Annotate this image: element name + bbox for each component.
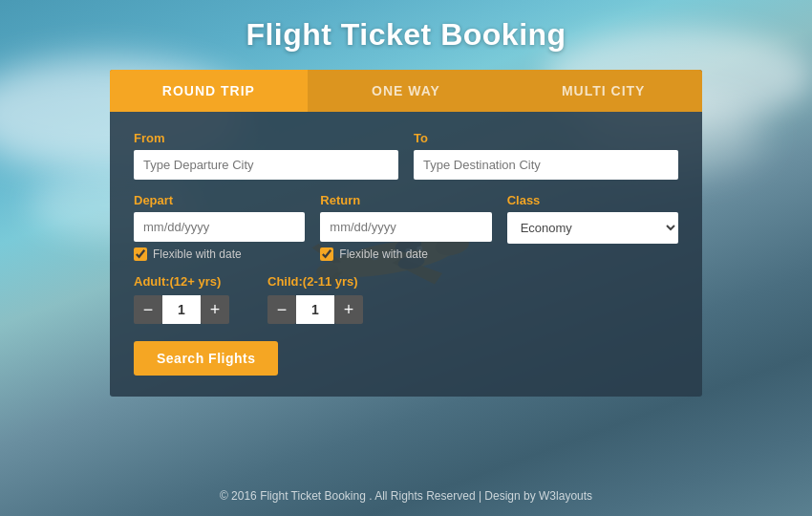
from-to-row: From To [134, 131, 678, 180]
date-class-row: Depart Flexible with date Return Flexibl… [134, 193, 678, 261]
from-input[interactable] [134, 150, 398, 180]
booking-form: From To Depart Flexible with date [110, 112, 702, 397]
to-input[interactable] [414, 150, 678, 180]
return-field: Return Flexible with date [320, 193, 491, 261]
depart-field: Depart Flexible with date [134, 193, 305, 261]
return-input[interactable] [320, 212, 491, 242]
depart-flexible-checkbox[interactable] [134, 247, 147, 261]
class-select[interactable]: Economy Business First Class [507, 212, 678, 244]
tab-multi-city[interactable]: MULTI CITY [504, 70, 702, 112]
class-field: Class Economy Business First Class [507, 193, 678, 261]
child-counter: Child:(2-11 yrs) − 1 + [267, 274, 363, 324]
return-flexible-checkbox[interactable] [320, 247, 333, 261]
adult-increment-button[interactable]: + [201, 295, 229, 324]
passenger-row: Adult:(12+ yrs) − 1 + Child:(2-11 yrs) −… [134, 274, 678, 324]
class-label: Class [507, 193, 678, 207]
tab-bar: ROUND TRIP ONE WAY MULTI CITY [110, 70, 702, 112]
footer-text: © 2016 Flight Ticket Booking . All Right… [0, 489, 812, 503]
depart-label: Depart [134, 193, 305, 207]
return-label: Return [320, 193, 491, 207]
from-field: From [134, 131, 398, 180]
depart-flexible-check: Flexible with date [134, 247, 305, 261]
child-label: Child:(2-11 yrs) [267, 274, 363, 289]
return-flexible-check: Flexible with date [320, 247, 491, 261]
adult-counter: Adult:(12+ yrs) − 1 + [134, 274, 229, 324]
from-label: From [134, 131, 398, 145]
depart-flexible-label: Flexible with date [153, 247, 242, 261]
tab-round-trip[interactable]: ROUND TRIP [110, 70, 308, 112]
to-label: To [414, 131, 678, 145]
search-flights-button[interactable]: Search Flights [134, 341, 278, 376]
adult-label: Adult:(12+ yrs) [134, 274, 229, 289]
child-increment-button[interactable]: + [334, 295, 363, 324]
adult-decrement-button[interactable]: − [134, 295, 162, 324]
booking-card: ROUND TRIP ONE WAY MULTI CITY From To [110, 70, 702, 397]
adult-value: 1 [162, 295, 201, 324]
child-controls: − 1 + [267, 295, 363, 324]
adult-controls: − 1 + [134, 295, 229, 324]
page-title: Flight Ticket Booking [246, 17, 566, 53]
child-decrement-button[interactable]: − [267, 295, 296, 324]
to-field: To [414, 131, 678, 180]
child-value: 1 [296, 295, 334, 324]
return-flexible-label: Flexible with date [339, 247, 428, 261]
main-content: Flight Ticket Booking ROUND TRIP ONE WAY… [0, 0, 812, 397]
depart-input[interactable] [134, 212, 305, 242]
tab-one-way[interactable]: ONE WAY [308, 70, 505, 112]
